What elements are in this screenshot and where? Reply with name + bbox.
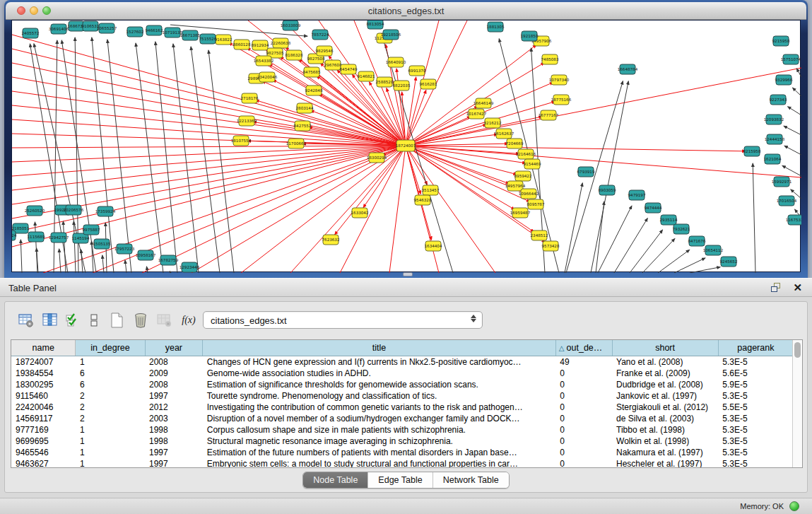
table-selector-dropdown[interactable]: citations_edges.txt <box>203 311 483 329</box>
graph-node[interactable]: 9163822 <box>215 35 233 45</box>
graph-node[interactable]: 9975887 <box>83 225 100 235</box>
graph-node[interactable]: 6793919 <box>577 167 595 177</box>
table-cell[interactable]: Stergiakouli et al. (2012) <box>612 402 718 413</box>
graph-node[interactable]: 1921850 <box>521 31 539 41</box>
column-header-out_de[interactable]: △out_de… <box>555 340 612 356</box>
graph-node[interactable]: 1115689 <box>28 232 45 242</box>
table-cell[interactable]: 0 <box>555 413 612 424</box>
table-cell[interactable]: 2 <box>76 390 145 402</box>
function-builder-icon[interactable]: f(x) <box>179 310 199 330</box>
column-header-short[interactable]: short <box>612 340 718 356</box>
window-titlebar[interactable]: citations_edges.txt <box>6 2 806 20</box>
graph-node[interactable]: 8912934 <box>252 40 269 50</box>
table-row[interactable]: 1456911722003Disruption of a novel membe… <box>11 413 794 424</box>
graph-node[interactable]: 12213369 <box>237 116 257 126</box>
node-table[interactable]: namein_degreeyeartitle△out_de…shortpager… <box>11 339 803 468</box>
graph-node[interactable]: 12444158 <box>765 134 785 144</box>
graph-node[interactable]: 18107554 <box>231 136 252 146</box>
table-cell[interactable]: Corpus callosum shape and size in male p… <box>203 424 556 436</box>
graph-node[interactable]: 7485083 <box>541 54 559 64</box>
graph-node[interactable]: 9227343 <box>770 95 787 105</box>
graph-node[interactable]: 16646149 <box>473 98 494 108</box>
table-cell[interactable]: 0 <box>555 447 612 458</box>
table-row[interactable]: 969969511998Structural magnetic resonanc… <box>11 436 794 447</box>
graph-node[interactable]: 23420046 <box>257 72 278 82</box>
table-cell[interactable]: 1 <box>76 436 145 447</box>
table-row[interactable]: 1872400712008Changes of HCN gene express… <box>11 356 794 368</box>
table-cell[interactable]: 5.3E-5 <box>718 390 793 402</box>
graph-node[interactable]: 10167427 <box>466 109 487 119</box>
graph-node[interactable]: 2803144 <box>296 103 314 113</box>
table-cell[interactable]: 1998 <box>145 424 203 436</box>
column-header-title[interactable]: title <box>203 340 556 356</box>
tab-node-table[interactable]: Node Table <box>303 472 368 488</box>
graph-node[interactable]: 12942757 <box>49 233 69 243</box>
table-cell[interactable]: 5.5E-5 <box>718 402 793 413</box>
graph-node[interactable]: 9215958 <box>772 36 790 46</box>
graph-node[interactable]: 1633042 <box>351 208 369 218</box>
table-cell[interactable]: 49 <box>555 356 612 368</box>
table-cell[interactable]: Hescheler et al. (1997) <box>612 458 718 469</box>
graph-node[interactable]: 17957223 <box>114 244 135 254</box>
graph-node[interactable]: 10966442 <box>519 189 539 199</box>
graph-node[interactable]: 12164616 <box>516 149 536 159</box>
graph-node[interactable]: 22260638 <box>271 38 291 48</box>
table-cell[interactable]: 0 <box>555 368 612 379</box>
graph-node[interactable]: 9245652 <box>720 257 738 267</box>
table-cell[interactable]: 1998 <box>145 436 203 447</box>
table-scrollbar[interactable] <box>792 340 802 467</box>
table-cell[interactable]: 1 <box>76 447 145 458</box>
graph-node[interactable]: 16777167 <box>539 110 559 120</box>
table-cell[interactable]: Changes of HCN gene expression and I(f) … <box>203 356 556 368</box>
graph-node[interactable]: 3216212 <box>484 118 502 128</box>
table-cell[interactable]: 9465546 <box>11 447 76 458</box>
table-cell[interactable]: 5.3E-5 <box>718 436 793 447</box>
table-header-row[interactable]: namein_degreeyeartitle△out_de…shortpager… <box>11 340 794 356</box>
graph-node[interactable]: 7857224 <box>312 30 329 40</box>
graph-node[interactable]: 25260520 <box>25 206 45 216</box>
table-cell[interactable]: 1 <box>76 356 145 368</box>
graph-node[interactable]: 18300295 <box>367 153 387 163</box>
graph-node[interactable]: 20206576 <box>64 205 84 215</box>
graph-node[interactable]: 1527602 <box>126 27 144 37</box>
graph-node[interactable]: 16782759 <box>158 255 179 265</box>
graph-node[interactable]: 10654112 <box>703 245 723 255</box>
graph-node[interactable]: 1621064 <box>764 154 782 164</box>
column-header-year[interactable]: year <box>145 340 203 356</box>
graph-node[interactable]: 16671385 <box>180 30 201 40</box>
table-row[interactable]: 946554611997Estimation of the future num… <box>11 447 794 458</box>
memory-status-indicator-icon[interactable] <box>789 501 799 511</box>
graph-node[interactable]: 30691406 <box>49 24 69 34</box>
graph-node[interactable]: 10958167 <box>136 250 156 260</box>
show-columns-icon[interactable] <box>40 310 60 330</box>
close-panel-icon[interactable]: ✕ <box>793 281 802 294</box>
graph-node[interactable]: 1634404 <box>425 241 442 251</box>
graph-node[interactable]: 7204669 <box>506 139 524 148</box>
table-row[interactable]: 911546021997Tourette syndrome. Phenomeno… <box>11 390 794 402</box>
graph-node[interactable]: 15751074 <box>781 54 801 64</box>
tab-network-table[interactable]: Network Table <box>433 472 509 488</box>
table-cell[interactable]: Nakamura et al. (1997) <box>612 447 718 458</box>
network-canvas[interactable]: 1872400718300295916382288601288912934222… <box>11 20 801 272</box>
graph-node[interactable]: 9329966 <box>775 75 793 85</box>
graph-node[interactable]: 9466162 <box>146 25 163 35</box>
table-cell[interactable]: 5.3E-5 <box>718 413 793 424</box>
table-row[interactable]: 946362711997Embryonic stem cells: a mode… <box>11 458 794 469</box>
graph-node[interactable]: 17016504 <box>777 196 797 206</box>
graph-node[interactable]: 8959422 <box>514 171 532 181</box>
graph-node[interactable]: 16959487 <box>510 208 531 218</box>
graph-node[interactable]: 6822035 <box>393 81 411 90</box>
graph-node[interactable]: 7515526 <box>199 34 217 44</box>
table-cell[interactable]: 1 <box>76 424 145 436</box>
graph-node[interactable]: 9146821 <box>358 71 375 81</box>
graph-node[interactable]: 9616281 <box>420 79 437 89</box>
table-cell[interactable]: 6 <box>76 368 145 379</box>
table-cell[interactable]: 1997 <box>145 390 203 402</box>
table-cell[interactable]: 9777169 <box>11 424 76 436</box>
table-cell[interactable]: 19384554 <box>11 368 76 379</box>
graph-node[interactable]: 8427552 <box>294 121 312 131</box>
table-cell[interactable]: 2009 <box>145 368 203 379</box>
table-cell[interactable]: 2012 <box>145 402 203 413</box>
graph-node[interactable]: 10797340 <box>549 75 570 85</box>
rows-icon[interactable] <box>84 310 104 330</box>
